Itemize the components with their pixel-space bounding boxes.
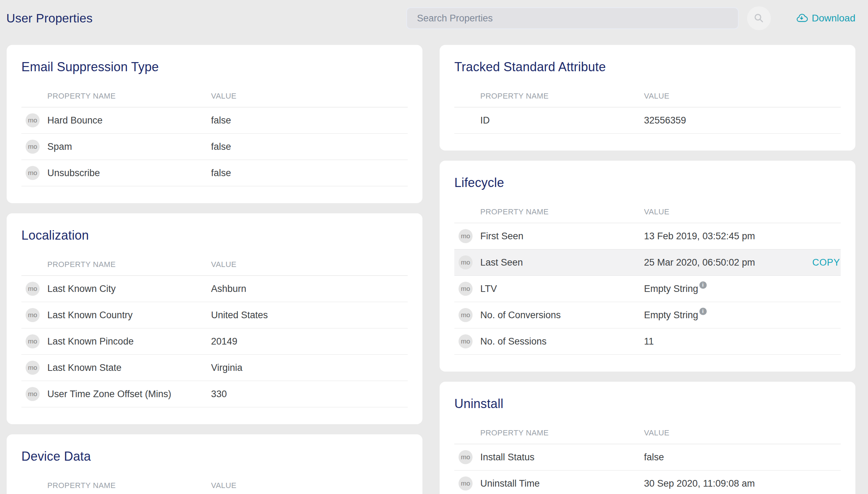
column-header-property-name: PROPERTY NAME: [480, 92, 644, 101]
table-row[interactable]: moUnsubscribefalse: [21, 160, 408, 186]
property-name: Last Known State: [47, 362, 211, 373]
property-table: PROPERTY NAMEVALUEmoFirst Seen13 Feb 201…: [454, 201, 841, 355]
top-bar: User Properties: [0, 0, 868, 29]
property-name: User Time Zone Offset (Mins): [47, 389, 211, 400]
search-icon: [753, 13, 765, 24]
page-title: User Properties: [6, 11, 93, 25]
property-value-cell: 25 Mar 2020, 06:50:02 pm: [644, 257, 841, 268]
card-title: Device Data: [21, 449, 408, 464]
card-title: Localization: [21, 228, 408, 243]
property-name: Last Known Country: [47, 310, 211, 321]
table-row[interactable]: moUser Time Zone Offset (Mins)330: [21, 381, 408, 407]
property-value-cell: 20149: [211, 336, 408, 347]
property-name: Last Known Pincode: [47, 336, 211, 347]
search-button[interactable]: [747, 6, 771, 30]
table-row[interactable]: ID32556359: [454, 107, 841, 134]
property-value-cell: false: [211, 141, 408, 152]
info-icon[interactable]: i: [699, 308, 707, 315]
download-label: Download: [812, 13, 855, 24]
property-table: PROPERTY NAMEVALUEmoLast Known CityAshbu…: [21, 253, 408, 407]
property-value: 25 Mar 2020, 06:50:02 pm: [644, 257, 755, 268]
property-card-device-data: Device DataPROPERTY NAMEVALUE: [7, 434, 422, 494]
table-header-row: PROPERTY NAMEVALUE: [21, 85, 408, 107]
property-name: Spam: [47, 141, 211, 152]
table-header-row: PROPERTY NAMEVALUE: [21, 253, 408, 276]
mo-badge: mo: [26, 282, 40, 296]
table-row[interactable]: moNo. of Sessions11: [454, 328, 841, 355]
table-row[interactable]: moLast Known StateVirginia: [21, 355, 408, 381]
mo-badge: mo: [459, 334, 473, 348]
property-name: No. of Conversions: [480, 310, 644, 321]
search-input[interactable]: [406, 7, 739, 29]
table-row[interactable]: moHard Bouncefalse: [21, 107, 408, 134]
property-name: Unsubscribe: [47, 168, 211, 179]
column-header-value: VALUE: [211, 260, 408, 269]
card-title: Lifecycle: [454, 175, 841, 190]
table-row[interactable]: moInstall Statusfalse: [454, 444, 841, 470]
property-value: 20149: [211, 336, 237, 347]
property-value-cell: Ashburn: [211, 283, 408, 294]
table-header-row: PROPERTY NAMEVALUE: [454, 201, 841, 223]
mo-badge: mo: [26, 113, 40, 127]
mo-badge: mo: [26, 334, 40, 348]
property-name: No. of Sessions: [480, 336, 644, 347]
mo-badge: mo: [459, 255, 473, 269]
column-header-value: VALUE: [211, 481, 408, 490]
property-value-cell: Empty Stringi: [644, 310, 841, 321]
property-name: Install Status: [480, 452, 644, 463]
info-icon[interactable]: i: [699, 281, 707, 289]
property-value-cell: 30 Sep 2020, 11:09:08 am: [644, 478, 841, 489]
property-name: LTV: [480, 283, 644, 294]
property-name: First Seen: [480, 231, 644, 242]
column-header-value: VALUE: [644, 428, 841, 438]
property-value: 11: [644, 336, 654, 347]
property-value-cell: 32556359: [644, 115, 841, 126]
property-name: Last Seen: [480, 257, 644, 268]
property-value: 30 Sep 2020, 11:09:08 am: [644, 478, 755, 489]
download-link[interactable]: Download: [796, 12, 855, 24]
column-header-value: VALUE: [644, 92, 841, 101]
left-column: Email Suppression TypePROPERTY NAMEVALUE…: [7, 45, 422, 494]
property-value-cell: 11: [644, 336, 841, 347]
user-properties-page: User Properties: [0, 0, 868, 494]
property-value: 13 Feb 2019, 03:52:45 pm: [644, 231, 755, 242]
mo-badge: mo: [459, 282, 473, 296]
column-header-value: VALUE: [644, 207, 841, 216]
table-row[interactable]: moLast Known CityAshburn: [21, 276, 408, 302]
card-title: Tracked Standard Attribute: [454, 60, 841, 74]
property-value: 330: [211, 389, 227, 400]
copy-button[interactable]: COPY: [812, 249, 840, 275]
property-value-cell: false: [211, 168, 408, 179]
property-value-cell: Empty Stringi: [644, 283, 841, 294]
property-card-lifecycle: LifecyclePROPERTY NAMEVALUEmoFirst Seen1…: [440, 161, 855, 372]
table-row[interactable]: moFirst Seen13 Feb 2019, 03:52:45 pm: [454, 223, 841, 249]
table-row[interactable]: moSpamfalse: [21, 134, 408, 160]
table-row[interactable]: moUninstall Time30 Sep 2020, 11:09:08 am: [454, 470, 841, 494]
mo-badge: mo: [26, 166, 40, 180]
property-name: Hard Bounce: [47, 115, 211, 126]
property-table: PROPERTY NAMEVALUEmoHard BouncefalsemoSp…: [21, 85, 408, 186]
property-card-email-suppression-type: Email Suppression TypePROPERTY NAMEVALUE…: [7, 45, 422, 203]
table-row[interactable]: moLast Known CountryUnited States: [21, 302, 408, 328]
column-header-property-name: PROPERTY NAME: [47, 260, 211, 269]
column-header-property-name: PROPERTY NAME: [480, 207, 644, 216]
property-name: ID: [480, 115, 644, 126]
mo-badge: mo: [26, 387, 40, 401]
property-card-localization: LocalizationPROPERTY NAMEVALUEmoLast Kno…: [7, 213, 422, 424]
property-name: Uninstall Time: [480, 478, 644, 489]
table-header-row: PROPERTY NAMEVALUE: [21, 474, 408, 494]
property-card-uninstall: UninstallPROPERTY NAMEVALUEmoInstall Sta…: [440, 382, 855, 494]
property-name: Last Known City: [47, 283, 211, 294]
table-row[interactable]: moLast Known Pincode20149: [21, 328, 408, 355]
property-table: PROPERTY NAMEVALUEID32556359: [454, 85, 841, 134]
topbar-actions: Download: [406, 6, 855, 30]
table-row[interactable]: moLTVEmpty Stringi: [454, 276, 841, 302]
table-row[interactable]: moNo. of ConversionsEmpty Stringi: [454, 302, 841, 328]
property-value-cell: false: [644, 452, 841, 463]
property-value: Ashburn: [211, 283, 246, 294]
property-value-cell: Virginia: [211, 362, 408, 373]
table-row[interactable]: moLast Seen25 Mar 2020, 06:50:02 pmCOPY: [454, 249, 841, 276]
mo-badge: mo: [459, 229, 473, 243]
property-value: Empty String: [644, 283, 698, 294]
column-header-property-name: PROPERTY NAME: [480, 428, 644, 438]
